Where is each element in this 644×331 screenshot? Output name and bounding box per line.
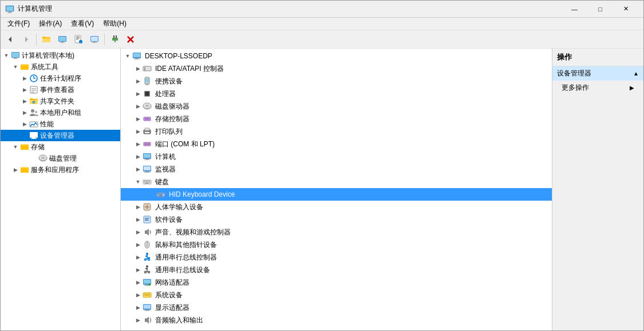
svg-rect-90 xyxy=(144,166,151,170)
menu-view[interactable]: 查看(V) xyxy=(66,18,98,30)
svg-rect-138 xyxy=(144,310,150,311)
device-human-input[interactable]: ▶ 人体学输入设备 xyxy=(121,201,552,213)
node-label-root: 计算机管理(本地) xyxy=(22,51,74,61)
svg-rect-72 xyxy=(145,92,149,95)
tree-node-root[interactable]: ▼ 计算机管理(本地) xyxy=(1,50,120,61)
close-button[interactable]: ✕ xyxy=(613,1,639,18)
expander-services[interactable]: ▶ xyxy=(11,165,20,174)
toolbar-delete-button[interactable] xyxy=(123,33,138,46)
device-software[interactable]: ▶ 软件设备 xyxy=(121,213,552,226)
title-controls: — □ ✕ xyxy=(562,1,639,18)
device-label-ide: IDE ATA/ATAPI 控制器 xyxy=(155,64,224,74)
device-keyboard[interactable]: ▼ 键盘 xyxy=(121,176,552,188)
right-action-primary-label: 设备管理器 xyxy=(557,69,591,78)
tree-node-shared-folders[interactable]: ▶ ✿ 共享文件夹 xyxy=(1,95,120,107)
tree-node-local-users[interactable]: ▶ 本地用户和组 xyxy=(1,107,120,118)
task-icon xyxy=(29,74,38,83)
maximize-button[interactable]: □ xyxy=(587,1,613,18)
device-ide[interactable]: ▶ IDE ATA/ATAPI 控制器 xyxy=(121,62,552,75)
device-label-usb-dev: 通用串行总线设备 xyxy=(155,265,210,275)
svg-rect-128 xyxy=(144,280,151,284)
svg-rect-18 xyxy=(91,37,98,41)
forward-icon xyxy=(22,35,31,44)
device-disk-drives[interactable]: ▶ 磁盘驱动器 xyxy=(121,100,552,113)
toolbar-properties-button[interactable]: i xyxy=(71,33,86,46)
svg-rect-77 xyxy=(145,118,149,119)
expander-storage[interactable]: ▼ xyxy=(11,142,20,151)
device-label-audio-io: 音频输入和输出 xyxy=(155,316,203,325)
menu-help[interactable]: 帮助(H) xyxy=(98,18,131,30)
tree-node-disk-mgmt[interactable]: 磁盘管理 xyxy=(1,153,120,164)
tree-node-system-tools[interactable]: ▼ 系统工具 xyxy=(1,61,120,73)
expander-users[interactable]: ▶ xyxy=(20,108,29,117)
device-audio-io[interactable]: ▶ 音频输入和输出 xyxy=(121,314,552,326)
tree-node-services[interactable]: ▶ 服务和应用程序 xyxy=(1,164,120,176)
expand-root[interactable]: ▼ xyxy=(123,51,132,61)
device-storage-ctrl[interactable]: ▶ 存储控制器 xyxy=(121,113,552,125)
svg-rect-114 xyxy=(145,220,149,221)
svg-rect-97 xyxy=(149,181,150,181)
device-print[interactable]: ▶ 打印队列 xyxy=(121,125,552,138)
svg-marker-5 xyxy=(25,37,28,42)
svg-rect-79 xyxy=(145,128,149,130)
svg-rect-113 xyxy=(145,219,148,220)
expander-shared[interactable]: ▶ xyxy=(20,97,29,106)
app-icon xyxy=(5,5,14,14)
forward-button[interactable] xyxy=(19,33,34,46)
device-mouse[interactable]: ▶ 鼠标和其他指针设备 xyxy=(121,238,552,251)
device-portable[interactable]: ▶ 便携设备 xyxy=(121,75,552,87)
svg-rect-47 xyxy=(30,133,37,137)
toolbar-computer2-button[interactable] xyxy=(87,33,102,46)
expander-event[interactable]: ▶ xyxy=(20,85,29,94)
device-com[interactable]: ▶ 端口 (COM 和 LPT) xyxy=(121,138,552,150)
right-action-primary[interactable]: 设备管理器 ▲ xyxy=(552,66,643,81)
expander-root[interactable]: ▼ xyxy=(2,51,11,60)
svg-rect-1 xyxy=(6,6,13,11)
title-bar-left: 计算机管理 xyxy=(5,4,52,14)
device-display[interactable]: ▶ 显示适配器 xyxy=(121,301,552,314)
svg-rect-119 xyxy=(145,256,148,257)
svg-point-121 xyxy=(145,259,147,261)
device-audio[interactable]: ▶ 声音、视频和游戏控制器 xyxy=(121,226,552,238)
svg-rect-23 xyxy=(112,38,118,41)
device-label-hid: HID Keyboard Device xyxy=(169,190,235,198)
disk-icon xyxy=(38,154,48,163)
device-processor[interactable]: ▶ 处理器 xyxy=(121,87,552,100)
device-root[interactable]: ▼ DESKTOP-LSSOEDP xyxy=(121,50,552,62)
svg-rect-10 xyxy=(60,42,65,43)
device-monitor[interactable]: ▶ 监视器 xyxy=(121,163,552,176)
svg-rect-8 xyxy=(59,37,66,41)
tree-node-task-scheduler[interactable]: ▶ 任务计划程序 xyxy=(1,73,120,84)
users-icon xyxy=(29,108,38,117)
back-button[interactable] xyxy=(3,33,18,46)
menu-action[interactable]: 操作(A) xyxy=(34,18,66,30)
tree-node-storage[interactable]: ▼ 存储 xyxy=(1,141,120,153)
device-hid-keyboard[interactable]: HID Keyboard Device xyxy=(121,188,552,201)
device-network[interactable]: ▶ 网络适配器 xyxy=(121,276,552,289)
svg-rect-60 xyxy=(133,53,140,57)
device-label-storage-ctrl: 存储控制器 xyxy=(155,114,189,124)
menu-file[interactable]: 文件(F) xyxy=(3,18,34,30)
toolbar-connect-button[interactable] xyxy=(107,33,122,46)
svg-point-126 xyxy=(148,272,150,273)
tree-node-performance[interactable]: ▶ 性能 xyxy=(1,118,120,130)
right-action-secondary[interactable]: 更多操作 ▶ xyxy=(552,81,643,95)
minimize-button[interactable]: — xyxy=(562,1,587,18)
svg-point-122 xyxy=(148,259,150,261)
device-usb-ctrl[interactable]: ▶ 通用串行总线控制器 xyxy=(121,251,552,264)
device-label-audio: 声音、视频和游戏控制器 xyxy=(155,228,231,237)
svg-rect-66 xyxy=(144,70,145,70)
svg-rect-49 xyxy=(31,138,37,139)
expander-task[interactable]: ▶ xyxy=(20,74,29,83)
toolbar-folder-button[interactable] xyxy=(39,33,54,46)
svg-rect-105 xyxy=(161,193,162,194)
device-usb-dev[interactable]: ▶ 通用串行总线设备 xyxy=(121,264,552,276)
tree-node-event-viewer[interactable]: ▶ 事件查看器 xyxy=(1,84,120,95)
device-system[interactable]: ▶ 系统设备 xyxy=(121,289,552,301)
expander-performance[interactable]: ▶ xyxy=(20,119,29,129)
device-computer[interactable]: ▶ 计算机 xyxy=(121,150,552,163)
expander-system-tools[interactable]: ▼ xyxy=(11,62,20,71)
toolbar-computer-button[interactable] xyxy=(55,33,70,46)
tree-node-device-manager[interactable]: 设备管理器 xyxy=(1,130,120,141)
chevron-right-icon: ▶ xyxy=(630,85,634,91)
